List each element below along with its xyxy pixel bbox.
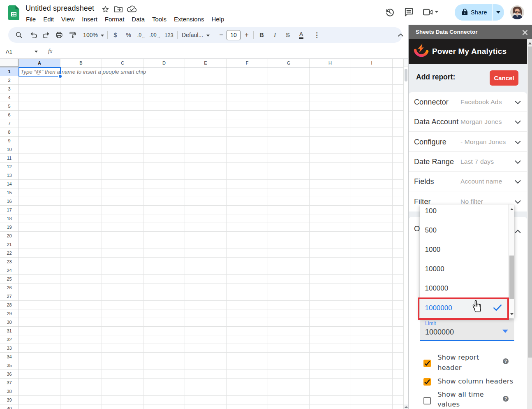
setting-row-configure[interactable]: Configure- Morgan Jones: [409, 132, 527, 152]
column-header-A[interactable]: A: [19, 59, 60, 67]
row-header-9[interactable]: 9: [0, 137, 19, 145]
format-percent-button[interactable]: %: [122, 29, 135, 41]
column-header-E[interactable]: E: [185, 59, 227, 67]
row-header-30[interactable]: 30: [0, 318, 19, 327]
row-header-22[interactable]: 22: [0, 249, 19, 258]
sidebar-scrollbar[interactable]: [527, 39, 532, 409]
menu-file[interactable]: File: [22, 14, 39, 24]
row-header-17[interactable]: 17: [0, 206, 19, 214]
column-header-F[interactable]: F: [227, 59, 268, 67]
row-header-19[interactable]: 19: [0, 223, 19, 232]
row-header-38[interactable]: 38: [0, 387, 19, 396]
sidebar-scrollbar-thumb[interactable]: [528, 46, 532, 358]
star-icon[interactable]: [102, 5, 109, 13]
menu-data[interactable]: Data: [128, 14, 148, 24]
font-size-input[interactable]: 10: [227, 30, 241, 40]
sheets-logo-icon[interactable]: [8, 5, 19, 22]
row-header-12[interactable]: 12: [0, 163, 19, 171]
select-all-corner[interactable]: [0, 59, 19, 67]
menu-edit[interactable]: Edit: [39, 14, 58, 24]
sidebar-close-icon[interactable]: [523, 29, 528, 35]
dropdown-option-1000[interactable]: 1000: [420, 240, 508, 259]
row-header-3[interactable]: 3: [0, 85, 19, 93]
row-header-10[interactable]: 10: [0, 145, 19, 154]
dropdown-option-500[interactable]: 500: [420, 221, 508, 240]
row-header-18[interactable]: 18: [0, 214, 19, 223]
meet-caret-icon[interactable]: [435, 11, 439, 13]
collapse-toolbar-icon[interactable]: [396, 30, 405, 40]
zoom-caret-icon[interactable]: [101, 35, 104, 37]
row-header-4[interactable]: 4: [0, 93, 19, 102]
menu-view[interactable]: View: [58, 14, 78, 24]
row-header-6[interactable]: 6: [0, 111, 19, 119]
row-header-11[interactable]: 11: [0, 154, 19, 163]
italic-button[interactable]: I: [268, 29, 281, 41]
row-header-27[interactable]: 27: [0, 292, 19, 301]
selection-fill-handle[interactable]: [58, 74, 62, 79]
row-header-37[interactable]: 37: [0, 379, 19, 387]
row-header-28[interactable]: 28: [0, 301, 19, 309]
font-caret-icon[interactable]: [206, 35, 210, 37]
row-header-24[interactable]: 24: [0, 266, 19, 275]
share-caret-icon[interactable]: [496, 11, 500, 14]
column-header-G[interactable]: G: [268, 59, 310, 67]
row-header-5[interactable]: 5: [0, 102, 19, 111]
strikethrough-button[interactable]: S: [281, 29, 294, 41]
dropdown-option-100000[interactable]: 100000: [420, 279, 508, 298]
row-header-32[interactable]: 32: [0, 335, 19, 344]
limit-field[interactable]: Limit 1000000: [420, 319, 514, 341]
setting-row-data-account[interactable]: Data AccountMorgan Jones: [409, 112, 527, 132]
decrease-font-size-button[interactable]: −: [216, 29, 227, 41]
row-header-31[interactable]: 31: [0, 327, 19, 335]
menu-format[interactable]: Format: [101, 14, 128, 24]
share-button[interactable]: Share: [455, 4, 504, 21]
checkbox-checked[interactable]: [423, 378, 431, 386]
column-header-I[interactable]: I: [351, 59, 393, 67]
version-history-icon[interactable]: [385, 7, 395, 19]
dropdown-scrollbar-thumb[interactable]: [509, 256, 514, 299]
row-header-33[interactable]: 33: [0, 344, 19, 353]
menu-insert[interactable]: Insert: [78, 14, 101, 24]
bold-button[interactable]: B: [255, 29, 268, 41]
comments-icon[interactable]: [404, 7, 414, 19]
text-color-button[interactable]: A: [294, 29, 308, 41]
row-header-8[interactable]: 8: [0, 128, 19, 137]
undo-icon[interactable]: [27, 29, 40, 41]
decrease-decimal-button[interactable]: .0←: [135, 29, 148, 41]
grid-vertical-scrollbar[interactable]: [403, 59, 408, 409]
zoom-select[interactable]: 100%: [80, 29, 101, 41]
row-header-26[interactable]: 26: [0, 284, 19, 292]
name-box[interactable]: A1: [0, 49, 35, 55]
menu-tools[interactable]: Tools: [148, 14, 170, 24]
row-header-7[interactable]: 7: [0, 119, 19, 128]
menu-help[interactable]: Help: [208, 14, 228, 24]
grid-cells[interactable]: [19, 67, 403, 409]
user-avatar[interactable]: [510, 5, 524, 21]
row-header-15[interactable]: 15: [0, 188, 19, 197]
print-icon[interactable]: [53, 29, 66, 41]
paint-format-icon[interactable]: [66, 29, 79, 41]
font-select[interactable]: Defaul...: [180, 29, 206, 41]
checkbox-checked[interactable]: [423, 360, 431, 367]
row-header-14[interactable]: 14: [0, 180, 19, 188]
cancel-button[interactable]: Cancel: [490, 70, 518, 86]
sidebar-scrollbar-up-icon[interactable]: [528, 42, 532, 44]
toolbar-search-icon[interactable]: [11, 29, 27, 41]
row-header-25[interactable]: 25: [0, 275, 19, 284]
setting-row-fields[interactable]: FieldsAccount name: [409, 172, 527, 191]
row-header-20[interactable]: 20: [0, 232, 19, 240]
setting-row-date-range[interactable]: Date RangeLast 7 days: [409, 152, 527, 172]
format-currency-button[interactable]: $: [109, 29, 122, 41]
dropdown-scroll-up-icon[interactable]: [510, 208, 513, 210]
row-header-2[interactable]: 2: [0, 76, 19, 85]
dropdown-scroll-down-icon[interactable]: [510, 313, 513, 315]
setting-row-connector[interactable]: ConnectorFacebook Ads: [409, 92, 527, 112]
row-header-34[interactable]: 34: [0, 353, 19, 361]
row-header-13[interactable]: 13: [0, 171, 19, 180]
dropdown-scrollbar[interactable]: [508, 204, 514, 318]
move-folder-icon[interactable]: [114, 5, 123, 13]
increase-decimal-button[interactable]: .00→: [148, 29, 162, 41]
menu-extensions[interactable]: Extensions: [170, 14, 208, 24]
row-header-23[interactable]: 23: [0, 258, 19, 266]
column-header-C[interactable]: C: [102, 59, 143, 67]
